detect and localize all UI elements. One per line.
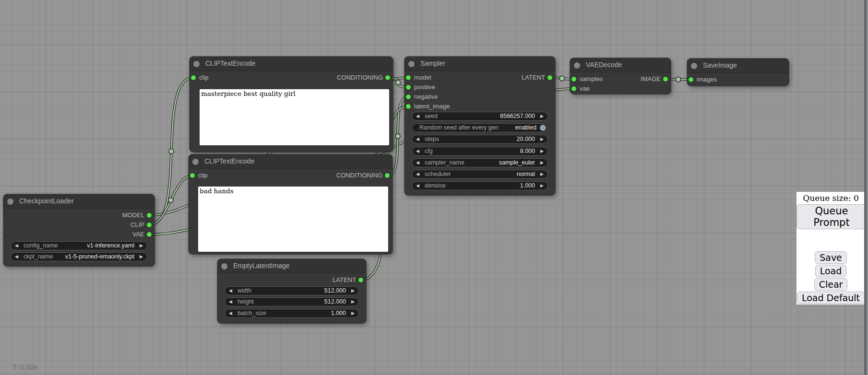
node-graph-canvas[interactable]: CheckpointLoaderMODELCLIPVAE◀config_name… [0,0,868,375]
node-title-bar[interactable]: CLIPTextEncode [189,154,392,169]
collapse-dot-icon[interactable] [574,62,580,69]
increment-arrow-icon[interactable]: ▶ [540,170,544,178]
decrement-arrow-icon[interactable]: ◀ [229,309,232,317]
widget-cfg[interactable]: ◀cfg8.000▶ [412,147,548,156]
output-slot-label: CONDITIONING [337,74,383,81]
decrement-arrow-icon[interactable]: ◀ [416,135,419,143]
increment-arrow-icon[interactable]: ▶ [140,242,143,250]
node-save-image[interactable]: SaveImageimages [687,59,789,86]
decrement-arrow-icon[interactable]: ◀ [416,170,419,178]
collapse-dot-icon[interactable] [221,263,227,270]
input-dot-clip[interactable] [191,75,196,80]
link-midpoint-dot[interactable] [395,134,400,139]
queue-size-label: Queue size: 0 [797,193,865,203]
widget-label: batch_size [238,309,266,317]
decrement-arrow-icon[interactable]: ◀ [229,298,232,306]
input-dot-vae[interactable] [571,86,576,91]
increment-arrow-icon[interactable]: ▶ [351,287,355,295]
node-vae-decode[interactable]: VAEDecodesamplesvaeIMAGE [570,58,671,94]
clear-button[interactable]: Clear [814,278,848,291]
link-midpoint-dot[interactable] [168,198,173,202]
increment-arrow-icon[interactable]: ▶ [351,298,355,306]
node-empty-latent-image[interactable]: EmptyLatentImageLATENT◀width512.000▶◀hei… [217,259,366,323]
node-title-bar[interactable]: VAEDecode [570,58,671,72]
scrollbar-thumb[interactable] [864,0,867,375]
widget-ckpt-name[interactable]: ◀ckpt_namev1-5-pruned-emaonly.ckpt▶ [11,252,147,261]
output-slot-IMAGE: IMAGE [641,74,671,84]
output-dot-CONDITIONING[interactable] [385,75,390,80]
node-clip-text-encode-2[interactable]: CLIPTextEncodeclipCONDITIONINGbad hands [189,154,392,254]
output-dot-CLIP[interactable] [147,223,152,227]
collapse-dot-icon[interactable] [7,199,13,205]
widget-random-seed-after-every-gen[interactable]: Random seed after every genenabled [412,123,548,132]
output-dot-CONDITIONING[interactable] [385,173,390,178]
input-slot-label: vae [580,85,590,92]
input-dot-negative[interactable] [406,94,411,99]
prompt-textarea[interactable]: bad hands [198,187,388,252]
node-title-bar[interactable]: Sampler [404,57,555,71]
input-dot-samples[interactable] [571,77,576,82]
node-clip-text-encode-1[interactable]: CLIPTextEncodeclipCONDITIONINGmasterpiec… [190,57,393,152]
widget-denoise[interactable]: ◀denoise1.000▶ [412,181,548,190]
widget-seed[interactable]: ◀seed8566257.000▶ [412,112,548,121]
load-button[interactable]: Load [815,265,847,277]
collapse-dot-icon[interactable] [408,61,415,67]
input-dot-model[interactable] [406,75,411,80]
link-midpoint-dot[interactable] [395,80,400,85]
widget-scheduler[interactable]: ◀schedulernormal▶ [412,170,548,179]
widget-steps[interactable]: ◀steps20.000▶ [412,135,548,144]
decrement-arrow-icon[interactable]: ◀ [416,182,419,190]
decrement-arrow-icon[interactable]: ◀ [15,242,18,250]
increment-arrow-icon[interactable]: ▶ [140,253,143,261]
input-dot-images[interactable] [689,77,693,82]
increment-arrow-icon[interactable]: ▶ [351,309,355,317]
output-slot-CONDITIONING: CONDITIONING [337,73,393,82]
link-midpoint-dot[interactable] [169,149,174,153]
output-dot-VAE[interactable] [147,232,152,237]
collapse-dot-icon[interactable] [193,61,200,67]
widget-label: scheduler [425,170,451,178]
widget-value: 512.000 [324,298,346,306]
prompt-textarea[interactable]: masterpiece best quality girl [200,89,389,145]
node-title-bar[interactable]: EmptyLatentImage [217,259,366,273]
output-dot-LATENT[interactable] [358,278,363,282]
collapse-dot-icon[interactable] [192,159,199,165]
decrement-arrow-icon[interactable]: ◀ [416,159,419,167]
widget-batch-size[interactable]: ◀batch_size1.000▶ [225,309,359,318]
decrement-arrow-icon[interactable]: ◀ [416,147,419,155]
increment-arrow-icon[interactable]: ▶ [540,147,544,155]
node-title-bar[interactable]: CheckpointLoader [3,194,155,209]
widget-sampler-name[interactable]: ◀sampler_namesample_euler▶ [412,158,548,167]
node-checkpoint-loader[interactable]: CheckpointLoaderMODELCLIPVAE◀config_name… [3,194,155,266]
increment-arrow-icon[interactable]: ▶ [540,135,544,143]
node-sampler[interactable]: Samplermodelpositivenegativelatent_image… [404,57,555,195]
input-slot-label: images [697,76,717,83]
node-title-bar[interactable]: CLIPTextEncode [190,57,393,71]
decrement-arrow-icon[interactable]: ◀ [15,253,18,261]
widget-config-name[interactable]: ◀config_namev1-inference.yaml▶ [11,241,147,250]
output-dot-MODEL[interactable] [147,213,152,218]
load-default-button[interactable]: Load Default [797,292,865,304]
node-title-bar[interactable]: SaveImage [687,59,789,73]
increment-arrow-icon[interactable]: ▶ [540,182,544,190]
input-dot-latent_image[interactable] [406,104,411,109]
output-dot-LATENT[interactable] [547,75,552,80]
queue-prompt-button[interactable]: Queue Prompt [797,204,867,229]
widget-width[interactable]: ◀width512.000▶ [225,286,359,295]
link-midpoint-dot[interactable] [676,77,680,82]
input-slot-label: negative [414,93,438,100]
decrement-arrow-icon[interactable]: ◀ [416,112,419,120]
toggle-dot-icon[interactable] [540,125,546,131]
input-dot-positive[interactable] [406,85,411,90]
widget-height[interactable]: ◀height512.000▶ [225,297,359,306]
link-midpoint-dot[interactable] [559,76,564,81]
increment-arrow-icon[interactable]: ▶ [540,112,544,120]
input-dot-clip[interactable] [190,173,195,178]
collapse-dot-icon[interactable] [691,63,697,69]
output-dot-IMAGE[interactable] [663,77,668,82]
widget-value: v1-5-pruned-emaonly.ckpt [65,253,134,261]
increment-arrow-icon[interactable]: ▶ [540,159,544,167]
output-slot-label: IMAGE [641,75,661,82]
save-button[interactable]: Save [815,251,847,264]
decrement-arrow-icon[interactable]: ◀ [229,287,232,295]
